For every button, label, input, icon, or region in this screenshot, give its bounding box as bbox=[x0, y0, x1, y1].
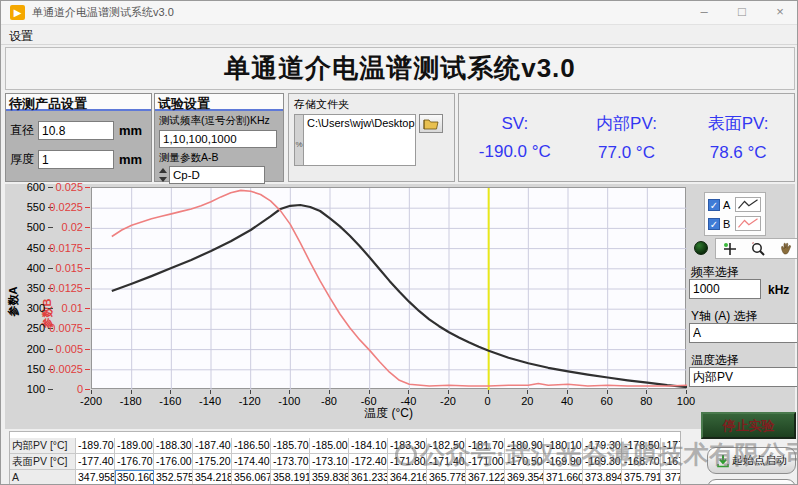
path-type-icon[interactable]: % bbox=[294, 114, 304, 166]
diameter-unit: mm bbox=[119, 123, 142, 138]
plot-A-line-sample[interactable] bbox=[735, 197, 761, 212]
thickness-input[interactable] bbox=[38, 150, 114, 169]
cursor-tool-icon[interactable] bbox=[722, 241, 738, 257]
title-bar: ▶ 单通道介电温谱测试系统v3.0 – □ × bbox=[1, 1, 798, 25]
maximize-button[interactable]: □ bbox=[723, 1, 761, 25]
close-button[interactable]: × bbox=[761, 1, 798, 25]
diameter-input[interactable] bbox=[38, 121, 114, 140]
table-cell[interactable]: 352.575 bbox=[154, 470, 193, 485]
row-header: 表面PV [°C] bbox=[10, 454, 76, 470]
browse-folder-button[interactable] bbox=[419, 114, 443, 133]
table-cell[interactable]: 347.958 bbox=[76, 470, 115, 485]
table-cell[interactable]: -180.10 bbox=[544, 438, 583, 454]
table-cell[interactable]: -188.30 bbox=[154, 438, 193, 454]
yaxis-select-input[interactable] bbox=[689, 323, 798, 343]
table-cell[interactable]: -168.70 bbox=[622, 454, 661, 470]
table-cell[interactable]: -186.50 bbox=[232, 438, 271, 454]
table-cell[interactable]: -185.00 bbox=[310, 438, 349, 454]
table-cell[interactable]: -173.70 bbox=[271, 454, 310, 470]
test-settings-panel: 试验设置 测试频率(逗号分割)KHz 测量参数A-B bbox=[154, 93, 284, 182]
table-cell[interactable]: -187.40 bbox=[193, 438, 232, 454]
zoom-tool-icon[interactable] bbox=[750, 241, 766, 257]
table-cell[interactable]: -170.50 bbox=[505, 454, 544, 470]
thickness-unit: mm bbox=[119, 152, 142, 167]
download-arrow-icon bbox=[716, 454, 730, 468]
plot-B-checkbox[interactable]: ✓ bbox=[708, 218, 720, 230]
param-input[interactable] bbox=[169, 166, 265, 184]
table-cell[interactable]: -178.50 bbox=[622, 438, 661, 454]
resume-from-break-button[interactable]: 中断点启动 bbox=[707, 479, 796, 485]
storage-label: 存储文件夹 bbox=[294, 97, 454, 112]
table-cell[interactable]: 364.216 bbox=[388, 470, 427, 485]
start-from-begin-button[interactable]: 起始点启动 bbox=[707, 447, 796, 474]
table-cell[interactable]: -181.70 bbox=[466, 438, 505, 454]
results-table: 内部PV [°C]-189.70-189.00-188.30-187.40-18… bbox=[9, 431, 681, 485]
table-cell[interactable]: -183.30 bbox=[388, 438, 427, 454]
minimize-button[interactable]: – bbox=[685, 1, 723, 25]
table-cell[interactable]: 365.778 bbox=[427, 470, 466, 485]
table-cell[interactable]: -167.90 bbox=[661, 454, 681, 470]
param-label: 测量参数A-B bbox=[159, 151, 283, 165]
plot-B-line-sample[interactable] bbox=[735, 216, 761, 231]
table-cell[interactable]: -173.10 bbox=[310, 454, 349, 470]
table-cell[interactable]: -169.90 bbox=[544, 454, 583, 470]
table-cell[interactable]: -172.40 bbox=[349, 454, 388, 470]
table-cell[interactable]: -189.00 bbox=[115, 438, 154, 454]
table-cell[interactable]: 375.791 bbox=[622, 470, 661, 485]
table-row: A347.958350.160352.575354.218356.067358.… bbox=[10, 470, 680, 485]
table-cell[interactable]: 367.122 bbox=[466, 470, 505, 485]
table-cell[interactable]: 361.233 bbox=[349, 470, 388, 485]
table-cell[interactable]: 369.354 bbox=[505, 470, 544, 485]
table-cell[interactable]: 371.660 bbox=[544, 470, 583, 485]
series-A-curve bbox=[112, 205, 687, 387]
table-cell[interactable]: 377.80 bbox=[661, 470, 681, 485]
row-header: A bbox=[10, 470, 76, 485]
freq-list-input[interactable] bbox=[159, 130, 277, 148]
start-from-begin-label: 起始点启动 bbox=[732, 453, 787, 468]
table-cell[interactable]: -185.70 bbox=[271, 438, 310, 454]
freq-unit-label: kHz bbox=[768, 283, 789, 297]
table-cell[interactable]: -176.70 bbox=[115, 454, 154, 470]
table-cell[interactable]: -174.40 bbox=[232, 454, 271, 470]
table-cell[interactable]: -179.30 bbox=[583, 438, 622, 454]
freq-select-input[interactable] bbox=[689, 279, 761, 299]
temp-select-input[interactable] bbox=[689, 367, 798, 387]
storage-path-input[interactable]: C:\Users\wjw\Desktop bbox=[304, 114, 416, 166]
app-icon: ▶ bbox=[10, 5, 25, 20]
table-cell[interactable]: -182.50 bbox=[427, 438, 466, 454]
storage-panel: 存储文件夹 % C:\Users\wjw\Desktop bbox=[288, 93, 455, 182]
table-cell[interactable]: -184.10 bbox=[349, 438, 388, 454]
table-cell[interactable]: -171.00 bbox=[466, 454, 505, 470]
x-axis-title: 温度 (°C) bbox=[91, 405, 686, 422]
plot-canvas bbox=[92, 188, 687, 390]
spinner-down-icon[interactable] bbox=[159, 177, 167, 182]
pan-hand-tool-icon[interactable] bbox=[778, 241, 794, 257]
table-cell[interactable]: 373.894 bbox=[583, 470, 622, 485]
param-spinner[interactable] bbox=[159, 166, 169, 184]
table-cell[interactable]: 356.067 bbox=[232, 470, 271, 485]
table-cell[interactable]: -169.30 bbox=[583, 454, 622, 470]
spinner-up-icon[interactable] bbox=[159, 168, 167, 173]
graph-tools-toolbar bbox=[715, 238, 798, 259]
menu-settings[interactable]: 设置 bbox=[1, 26, 41, 47]
table-cell[interactable]: -175.20 bbox=[193, 454, 232, 470]
menu-bar: 设置 bbox=[1, 26, 798, 45]
table-cell[interactable]: -177.40 bbox=[76, 454, 115, 470]
stop-experiment-button[interactable]: 停止实验 bbox=[701, 412, 796, 439]
table-cell[interactable]: -180.90 bbox=[505, 438, 544, 454]
table-cell[interactable]: -177.70 bbox=[661, 438, 681, 454]
plot-A-checkbox[interactable]: ✓ bbox=[708, 199, 720, 211]
table-cell[interactable]: 350.160 bbox=[115, 470, 154, 485]
surface-pv-value: 78.6 °C bbox=[710, 143, 767, 163]
table-cell[interactable]: 354.218 bbox=[193, 470, 232, 485]
table-cell[interactable]: -176.00 bbox=[154, 454, 193, 470]
product-settings-panel: 待测产品设置 直径 mm 厚度 mm bbox=[5, 93, 152, 182]
table-cell[interactable]: -189.70 bbox=[76, 438, 115, 454]
table-cell[interactable]: -171.80 bbox=[388, 454, 427, 470]
window-title: 单通道介电温谱测试系统v3.0 bbox=[32, 5, 685, 20]
table-cell[interactable]: 359.838 bbox=[310, 470, 349, 485]
table-cell[interactable]: 358.191 bbox=[271, 470, 310, 485]
test-panel-title: 试验设置 bbox=[155, 94, 283, 111]
xy-graph[interactable] bbox=[91, 187, 686, 389]
table-cell[interactable]: -171.40 bbox=[427, 454, 466, 470]
